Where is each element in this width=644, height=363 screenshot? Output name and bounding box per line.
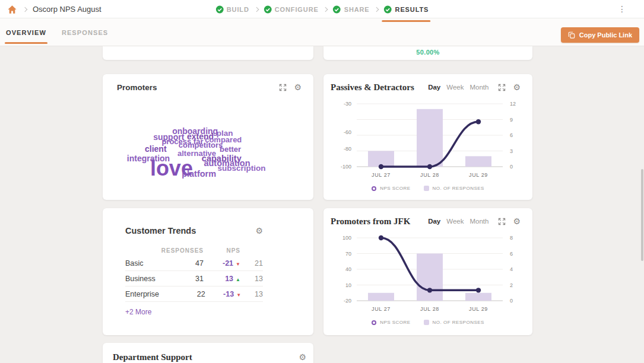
nps-combo-chart: 129630-30-60-80-100JUL 27JUL 28JUL 29 bbox=[323, 95, 532, 184]
card-title: Department Support bbox=[113, 352, 192, 362]
copy-public-link-button[interactable]: Copy Public Link bbox=[561, 27, 639, 43]
step-results[interactable]: RESULTS bbox=[384, 0, 429, 18]
svg-text:JUL 28: JUL 28 bbox=[420, 306, 439, 312]
more-menu-icon[interactable]: ⋮ bbox=[618, 4, 626, 14]
table-header-row: RESPONSES NPS bbox=[125, 245, 263, 256]
expand-icon[interactable] bbox=[498, 84, 506, 91]
range-toggle: Day Week Month bbox=[428, 218, 488, 225]
range-toggle: Day Week Month bbox=[428, 84, 488, 91]
svg-text:4: 4 bbox=[510, 266, 513, 272]
svg-text:8: 8 bbox=[510, 235, 513, 241]
check-circle-icon bbox=[384, 5, 392, 14]
trend-icon: ▼ bbox=[236, 292, 241, 298]
svg-text:-100: -100 bbox=[341, 164, 351, 170]
step-configure[interactable]: CONFIGURE bbox=[264, 0, 319, 18]
app-header: Oscorp NPS August BUILD CONFIGURE SHARE … bbox=[0, 0, 644, 18]
nps-combo-chart: 86420100704010-20JUL 27JUL 28JUL 29 bbox=[323, 230, 532, 319]
range-week[interactable]: Week bbox=[446, 218, 464, 225]
check-circle-icon bbox=[333, 5, 341, 14]
more-link[interactable]: +2 More bbox=[125, 308, 151, 316]
table-row: Enterprise 22 -13▼ 13 bbox=[125, 286, 263, 302]
svg-text:JUL 27: JUL 27 bbox=[372, 172, 391, 178]
copy-icon bbox=[568, 31, 575, 39]
chart-point bbox=[379, 235, 383, 240]
gear-icon[interactable]: ⚙ bbox=[299, 353, 306, 361]
wizard-steps: BUILD CONFIGURE SHARE RESULTS bbox=[215, 0, 429, 18]
vertical-scrollbar[interactable] bbox=[641, 169, 643, 261]
chart-bar bbox=[417, 254, 443, 301]
svg-text:10: 10 bbox=[345, 282, 351, 288]
step-build[interactable]: BUILD bbox=[215, 0, 249, 18]
nps-score-swatch bbox=[372, 186, 376, 191]
tab-overview[interactable]: OVERVIEW bbox=[5, 18, 47, 46]
gear-icon[interactable]: ⚙ bbox=[513, 83, 521, 91]
gear-icon[interactable]: ⚙ bbox=[294, 83, 302, 91]
range-month[interactable]: Month bbox=[469, 218, 488, 225]
tab-bar: OVERVIEW RESPONSES Copy Public Link bbox=[0, 18, 644, 46]
range-day[interactable]: Day bbox=[428, 84, 440, 91]
chart-point bbox=[427, 288, 432, 292]
svg-text:JUL 28: JUL 28 bbox=[420, 172, 439, 178]
step-chevron-icon bbox=[374, 7, 379, 11]
svg-text:6: 6 bbox=[510, 251, 513, 257]
svg-text:3: 3 bbox=[510, 148, 513, 154]
chart-legend: NPS SCORE NO. OF RESPONSES bbox=[323, 320, 532, 325]
table-row: Basic 47 -21▼ 21 bbox=[125, 256, 263, 271]
legend-label: NO. OF RESPONSES bbox=[433, 186, 484, 191]
step-share[interactable]: SHARE bbox=[333, 0, 370, 18]
chart-point bbox=[476, 288, 481, 292]
step-chevron-icon bbox=[323, 7, 328, 11]
legend-label: NPS SCORE bbox=[380, 186, 410, 191]
step-label: CONFIGURE bbox=[275, 6, 319, 13]
column-header-nps: NPS bbox=[204, 247, 240, 254]
expand-icon[interactable] bbox=[498, 218, 506, 225]
card-title: Passives & Detractors bbox=[331, 82, 414, 93]
svg-text:40: 40 bbox=[345, 266, 351, 272]
breadcrumb: Oscorp NPS August bbox=[33, 5, 101, 14]
cloud-word: competitors bbox=[179, 141, 223, 149]
partial-card-right: 50.00% bbox=[323, 46, 532, 60]
partial-card-left bbox=[103, 46, 313, 60]
expand-icon[interactable] bbox=[279, 84, 287, 91]
chart-point bbox=[379, 164, 383, 169]
chart-point bbox=[427, 164, 432, 169]
word-cloud: onboardingplansupportextendprocess farco… bbox=[103, 94, 313, 200]
trends-table: RESPONSES NPS Basic 47 -21▼ 21 Business … bbox=[125, 245, 263, 302]
gear-icon[interactable]: ⚙ bbox=[255, 227, 263, 235]
chart-bar bbox=[465, 156, 491, 167]
range-month[interactable]: Month bbox=[469, 84, 488, 91]
cloud-word: better bbox=[220, 145, 241, 153]
promoters-card: Promoters ⚙ onboardingplansupportextendp… bbox=[103, 74, 313, 200]
legend-label: NPS SCORE bbox=[380, 320, 410, 325]
trend-icon: ▼ bbox=[236, 262, 240, 267]
gear-icon[interactable]: ⚙ bbox=[513, 217, 521, 225]
chart-canvas: 129630-30-60-80-100JUL 27JUL 28JUL 29 bbox=[323, 95, 532, 184]
nps-score-swatch bbox=[372, 320, 376, 325]
chart-bar bbox=[465, 293, 491, 301]
legend-label: NO. OF RESPONSES bbox=[433, 320, 484, 325]
tab-responses[interactable]: RESPONSES bbox=[61, 18, 109, 46]
step-chevron-icon bbox=[254, 7, 259, 11]
chart-legend: NPS SCORE NO. OF RESPONSES bbox=[323, 186, 532, 191]
check-circle-icon bbox=[264, 5, 272, 14]
svg-text:-80: -80 bbox=[344, 146, 351, 152]
percent-value: 50.00% bbox=[323, 46, 532, 56]
card-title: Customer Trends bbox=[125, 226, 196, 235]
column-header-responses: RESPONSES bbox=[156, 247, 204, 254]
svg-text:12: 12 bbox=[510, 101, 516, 107]
range-day[interactable]: Day bbox=[428, 218, 440, 225]
card-title: Promoters from JFK bbox=[331, 216, 410, 227]
svg-text:-20: -20 bbox=[344, 298, 351, 304]
trend-icon: ▲ bbox=[236, 277, 240, 282]
responses-swatch bbox=[424, 320, 429, 325]
step-label: BUILD bbox=[227, 6, 249, 13]
range-week[interactable]: Week bbox=[446, 84, 464, 91]
cloud-word: subscription bbox=[217, 164, 265, 173]
svg-text:6: 6 bbox=[510, 132, 513, 138]
svg-text:9: 9 bbox=[510, 117, 513, 123]
department-support-card: Department Support ⚙ bbox=[103, 343, 313, 363]
svg-text:JUL 29: JUL 29 bbox=[469, 172, 488, 178]
svg-text:JUL 29: JUL 29 bbox=[469, 306, 488, 312]
home-icon[interactable] bbox=[7, 5, 17, 14]
svg-text:70: 70 bbox=[345, 251, 351, 257]
